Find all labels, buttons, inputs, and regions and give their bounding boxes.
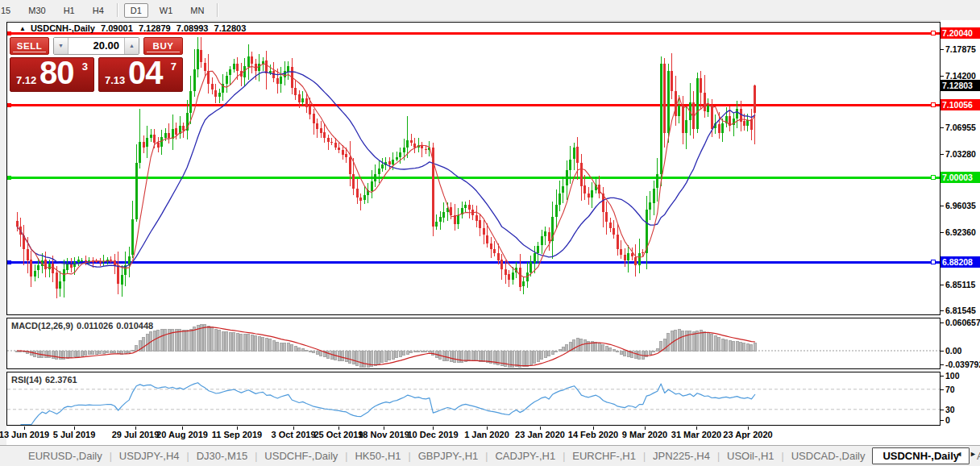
sell-price-prefix: 7.12: [16, 74, 36, 86]
macd-axis-label: 0.060657: [945, 318, 980, 327]
ohlc-open: 7.09001: [101, 23, 133, 33]
price-badge-7.10056: 7.10056: [941, 99, 980, 110]
volume-input[interactable]: 20.00: [69, 38, 124, 54]
horizontal-line-6.88208[interactable]: [7, 260, 940, 264]
volume-increase-button[interactable]: ▲: [124, 38, 139, 54]
trading-platform-window: 15M30H1H4D1W1MN ▲USDCNH-,Daily 7.09001 7…: [0, 0, 980, 466]
ma-fast-line: [17, 64, 755, 277]
time-axis-label: 11 Sep 2019: [212, 430, 262, 439]
macd-indicator-pane[interactable]: MACD(12,26,9)0.0110260.010448: [6, 318, 941, 369]
price-tick-label: 6.85115: [945, 280, 975, 289]
price-badge-6.88208: 6.88208: [941, 256, 980, 268]
chart-tab-usdcad-daily[interactable]: USDCAD-,Daily: [784, 447, 873, 464]
time-axis-label: 10 Dec 2019: [408, 430, 459, 439]
price-tick-label: 6.81545: [945, 306, 976, 315]
rsi-tick-mark: [941, 420, 944, 421]
timeframe-button-D1[interactable]: D1: [124, 3, 148, 18]
macd-axis-label: -0.039792: [945, 360, 980, 369]
timeframe-button-H4[interactable]: H4: [86, 3, 110, 18]
chart-tab-usdjpy-h4[interactable]: USDJPY-,H4: [112, 447, 187, 464]
price-tick-label: 7.03280: [945, 149, 976, 159]
chart-tab-dj30-m15[interactable]: DJ30-,M15: [189, 447, 255, 464]
rsi-axis-label: 0: [945, 415, 950, 425]
time-axis-label: 29 Jul 2019: [112, 430, 160, 439]
ohlc-close: 7.12803: [214, 23, 247, 33]
collapse-panel-icon[interactable]: ▲: [19, 25, 26, 32]
rsi-chart[interactable]: [7, 372, 940, 425]
rsi-label: RSI(14)62.3761: [11, 375, 81, 385]
price-tick-mark: [941, 127, 944, 128]
price-badge-7.00003: 7.00003: [941, 172, 980, 183]
chart-tab-usdchf-daily[interactable]: USDCHF-,Daily: [257, 447, 345, 464]
chart-tab-hk50-h1[interactable]: HK50-,H1: [347, 447, 408, 464]
sell-button[interactable]: SELL: [10, 37, 49, 55]
price-tick-label: 7.17875: [945, 44, 976, 54]
timeframe-button-M30[interactable]: M30: [22, 3, 52, 18]
timeframe-toolbar: 15M30H1H4D1W1MN: [0, 0, 980, 21]
timeframe-button-W1[interactable]: W1: [153, 3, 180, 18]
tab-scroll-left-button[interactable]: ◄: [955, 450, 962, 458]
toolbar-separator: [217, 3, 218, 17]
price-tick-mark: [941, 76, 944, 77]
macd-histogram: [16, 324, 757, 367]
chart-tab-jpn225-h4[interactable]: JPN225-,H4: [646, 447, 717, 464]
price-tick-mark: [941, 154, 944, 155]
price-tick-mark: [941, 310, 944, 311]
price-badge-7.20040: 7.20040: [941, 27, 980, 39]
macd-tick-mark: [941, 322, 944, 323]
buy-price-sup: 7: [171, 60, 176, 73]
rsi-tick-mark: [941, 389, 944, 390]
buy-price-big: 04: [128, 57, 163, 91]
horizontal-line-7.10056[interactable]: [7, 103, 940, 107]
timeframe-button-H1[interactable]: H1: [57, 3, 81, 18]
sell-button-underline: [13, 52, 46, 52]
price-axis[interactable]: 7.178757.142007.069557.032806.960356.923…: [941, 20, 980, 445]
sell-price-big: 80: [39, 57, 74, 91]
price-tick-label: 7.14200: [945, 71, 976, 81]
macd-label: MACD(12,26,9)0.0110260.010448: [11, 321, 156, 331]
one-click-trade-panel: SELL ▼ 20.00 ▲ BUY 7.12 80 3 7.13 04 7: [10, 37, 183, 92]
buy-price-tile[interactable]: 7.13 04 7: [98, 57, 183, 92]
toolbar-separator: [117, 3, 118, 17]
time-axis-label: 18 Nov 2019: [358, 430, 409, 439]
window-left-border: [0, 20, 6, 445]
buy-button-underline: [147, 52, 180, 52]
chart-tab-eurusd-daily[interactable]: EURUSD-,Daily: [21, 447, 110, 464]
buy-button[interactable]: BUY: [143, 37, 183, 55]
chart-tab-eurchf-h1[interactable]: EURCHF-,H1: [565, 447, 643, 464]
rsi-axis-label: 100: [945, 371, 960, 381]
time-axis-label: 23 Apr 2020: [723, 430, 772, 439]
price-tick-mark: [941, 206, 944, 206]
price-tick-mark: [941, 49, 944, 50]
rsi-indicator-pane[interactable]: RSI(14)62.3761: [6, 372, 941, 426]
chart-tab-usoil-h1[interactable]: USOil-,H1: [720, 447, 782, 464]
chart-tab-gbpjpy-h1[interactable]: GBPJPY-,H1: [411, 447, 486, 464]
rsi-axis-label: 30: [945, 405, 955, 414]
tab-scroll-right-button[interactable]: ►: [970, 450, 977, 458]
time-axis-label: 14 Feb 2020: [568, 430, 618, 439]
time-axis-label: 31 Mar 2020: [671, 430, 721, 439]
timeframe-button-MN[interactable]: MN: [184, 3, 210, 18]
chart-tab-cadjpy-h1[interactable]: CADJPY-,H1: [488, 447, 563, 464]
buy-price-prefix: 7.13: [105, 74, 125, 86]
rsi-axis-label: 70: [945, 385, 955, 394]
time-axis-label: 9 Mar 2020: [622, 430, 667, 439]
chart-tab-bar: EURUSD-,Daily|USDJPY-,H4|DJ30-,M15|USDCH…: [0, 445, 980, 466]
rsi-tick-mark: [941, 376, 944, 377]
time-axis-label: 3 Oct 2019: [271, 430, 315, 439]
time-axis-label: 23 Jan 2020: [515, 430, 565, 439]
time-axis-label: 20 Aug 2019: [156, 430, 208, 439]
rsi-tick-mark: [941, 410, 944, 410]
macd-axis-label: 0.00: [945, 346, 961, 356]
time-axis-label: 5 Jul 2019: [53, 430, 96, 439]
sell-price-sup: 3: [82, 60, 88, 73]
time-axis[interactable]: 13 Jun 20195 Jul 201929 Jul 201920 Aug 2…: [6, 426, 941, 444]
price-tick-label: 7.06955: [945, 123, 976, 132]
price-tick-label: 6.96035: [945, 201, 976, 210]
chart-title: ▲USDCNH-,Daily 7.09001 7.12879 7.08993 7…: [19, 23, 249, 33]
timeframe-button-15[interactable]: 15: [0, 3, 17, 18]
volume-decrease-button[interactable]: ▼: [54, 38, 69, 54]
sell-price-tile[interactable]: 7.12 80 3: [10, 57, 94, 92]
tab-scroll-arrows: ◄ ►: [955, 450, 977, 458]
price-tick-label: 6.92360: [945, 227, 976, 237]
